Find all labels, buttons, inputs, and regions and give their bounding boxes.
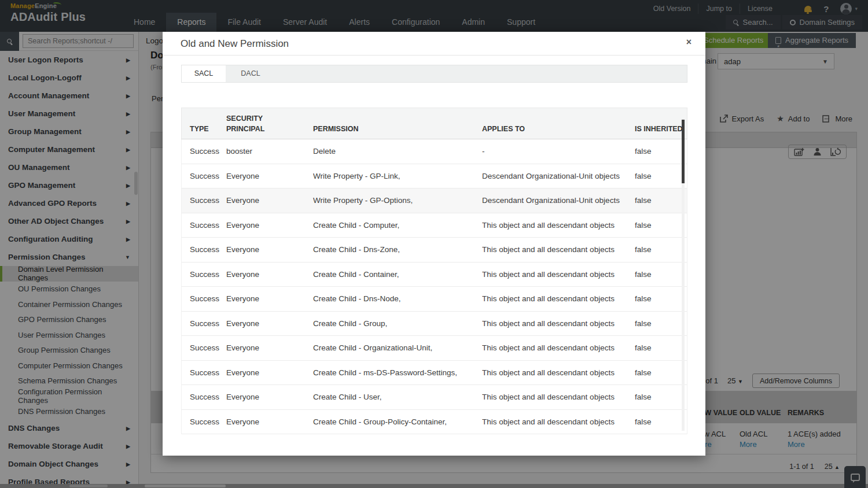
cell-applies-to: This object and all descendant objects xyxy=(482,393,635,401)
cell-is-inherited: false xyxy=(635,343,688,352)
column-header-security-principal: SECURITY PRINCIPAL xyxy=(226,113,275,134)
permission-row: SuccessEveryoneCreate Child - ms-DS-Pass… xyxy=(182,361,687,386)
permission-row: SuccessEveryoneWrite Property - GP-Link,… xyxy=(182,164,687,189)
cell-type: Success xyxy=(182,245,226,254)
cell-security-principal: Everyone xyxy=(226,294,313,303)
modal-scrollbar-thumb[interactable] xyxy=(682,120,685,183)
cell-security-principal: Everyone xyxy=(226,319,313,328)
cell-is-inherited: false xyxy=(635,172,688,180)
header-cell: TYPE xyxy=(182,124,226,134)
tab-dacl[interactable]: DACL xyxy=(226,65,275,82)
dialog-title: Old and New Permission xyxy=(181,38,289,50)
cell-applies-to: This object and all descendant objects xyxy=(482,343,635,352)
header-cell: SECURITY PRINCIPAL xyxy=(226,113,313,134)
cell-applies-to: This object and all descendant objects xyxy=(482,270,635,279)
cell-permission: Create Child - Dns-Zone, xyxy=(313,245,482,254)
cell-permission: Create Child - Container, xyxy=(313,270,482,279)
permission-row: SuccessEveryoneCreate Child - User,This … xyxy=(182,385,687,410)
permission-row: SuccessEveryoneCreate Child - Container,… xyxy=(182,263,687,287)
cell-permission: Create Child - Dns-Node, xyxy=(313,294,482,303)
cell-is-inherited: false xyxy=(635,196,688,205)
cell-type: Success xyxy=(182,294,226,303)
cell-is-inherited: false xyxy=(635,245,688,254)
permission-row: SuccessEveryoneCreate Child - Dns-Zone,T… xyxy=(182,238,687,263)
permission-table-body: SuccessboosterDelete-falseSuccessEveryon… xyxy=(181,139,687,434)
cell-applies-to: Descendant Organizational-Unit objects xyxy=(482,172,635,180)
cell-permission: Create Child - Computer, xyxy=(313,221,482,230)
cell-security-principal: Everyone xyxy=(226,245,313,254)
cell-type: Success xyxy=(182,147,226,156)
cell-type: Success xyxy=(182,270,226,279)
cell-applies-to: Descendant Organizational-Unit objects xyxy=(482,196,635,205)
cell-security-principal: Everyone xyxy=(226,393,313,401)
cell-is-inherited: false xyxy=(635,393,688,401)
permission-row: SuccessboosterDelete-false xyxy=(182,139,687,164)
permission-row: SuccessEveryoneCreate Child - Group,This… xyxy=(182,312,687,337)
cell-permission: Write Property - GP-Options, xyxy=(313,196,482,205)
header-cell: APPLIES TO xyxy=(482,124,635,134)
cell-security-principal: Everyone xyxy=(226,172,313,180)
cell-is-inherited: false xyxy=(635,368,688,377)
cell-permission: Create Child - Organizational-Unit, xyxy=(313,343,482,352)
cell-type: Success xyxy=(182,393,226,401)
cell-permission: Create Child - User, xyxy=(313,393,482,401)
cell-applies-to: This object and all descendant objects xyxy=(482,245,635,254)
cell-security-principal: Everyone xyxy=(226,343,313,352)
cell-applies-to: This object and all descendant objects xyxy=(482,319,635,328)
cell-applies-to: This object and all descendant objects xyxy=(482,417,635,426)
cell-is-inherited: false xyxy=(635,221,688,230)
cell-security-principal: Everyone xyxy=(226,196,313,205)
header-cell: IS INHERITED xyxy=(635,124,688,134)
cell-is-inherited: false xyxy=(635,270,688,279)
cell-permission: Create Child - Group, xyxy=(313,319,482,328)
close-icon[interactable]: × xyxy=(686,37,692,47)
cell-security-principal: Everyone xyxy=(226,368,313,377)
permission-row: SuccessEveryoneWrite Property - GP-Optio… xyxy=(182,188,687,213)
cell-is-inherited: false xyxy=(635,147,688,156)
permission-row: SuccessEveryoneCreate Child - Computer,T… xyxy=(182,213,687,238)
cell-applies-to: This object and all descendant objects xyxy=(482,294,635,303)
cell-permission: Create Child - ms-DS-Password-Settings, xyxy=(313,368,482,377)
dialog-title-divider xyxy=(163,55,705,56)
tab-sacl[interactable]: SACL xyxy=(182,65,226,82)
column-header-permission: PERMISSION xyxy=(313,124,359,134)
cell-applies-to: This object and all descendant objects xyxy=(482,368,635,377)
cell-security-principal: booster xyxy=(226,147,313,156)
cell-applies-to: - xyxy=(482,147,635,156)
cell-is-inherited: false xyxy=(635,417,688,426)
header-cell: PERMISSION xyxy=(313,124,482,134)
column-header-type: TYPE xyxy=(190,124,209,134)
cell-is-inherited: false xyxy=(635,294,688,303)
permission-row: SuccessEveryoneCreate Child - Group-Poli… xyxy=(182,410,687,435)
cell-permission: Write Property - GP-Link, xyxy=(313,172,482,180)
cell-type: Success xyxy=(182,368,226,377)
column-header-is-inherited: IS INHERITED xyxy=(635,124,683,134)
acl-tabs: SACLDACL xyxy=(181,65,687,83)
cell-type: Success xyxy=(182,196,226,205)
cell-security-principal: Everyone xyxy=(226,270,313,279)
permission-row: SuccessEveryoneCreate Child - Dns-Node,T… xyxy=(182,287,687,312)
cell-type: Success xyxy=(182,172,226,180)
cell-security-principal: Everyone xyxy=(226,221,313,230)
permission-row: SuccessEveryoneCreate Child - Organizati… xyxy=(182,336,687,361)
column-header-applies-to: APPLIES TO xyxy=(482,124,525,134)
cell-permission: Delete xyxy=(313,147,482,156)
cell-security-principal: Everyone xyxy=(226,417,313,426)
cell-type: Success xyxy=(182,343,226,352)
permission-table-header: TYPESECURITY PRINCIPALPERMISSIONAPPLIES … xyxy=(181,108,687,139)
old-new-permission-dialog: Old and New Permission × SACLDACL TYPESE… xyxy=(163,32,705,456)
permission-table: TYPESECURITY PRINCIPALPERMISSIONAPPLIES … xyxy=(181,108,687,434)
cell-is-inherited: false xyxy=(635,319,688,328)
cell-type: Success xyxy=(182,417,226,426)
cell-type: Success xyxy=(182,221,226,230)
cell-applies-to: This object and all descendant objects xyxy=(482,221,635,230)
cell-permission: Create Child - Group-Policy-Container, xyxy=(313,417,482,426)
cell-type: Success xyxy=(182,319,226,328)
